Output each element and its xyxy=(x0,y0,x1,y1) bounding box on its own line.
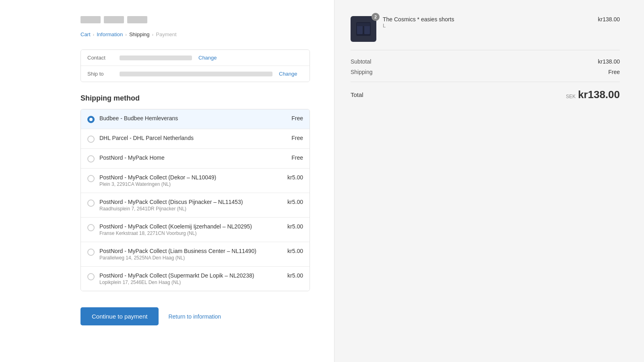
info-box: Contact Change Ship to Change xyxy=(80,49,310,82)
product-shorts-svg xyxy=(355,21,372,37)
breadcrumb-sep-3: › xyxy=(152,32,154,37)
option-name-budbee: Budbee - Budbee Hemleverans xyxy=(99,115,285,121)
option-price-postnord-home: Free xyxy=(291,154,303,161)
shipto-change-link[interactable]: Change xyxy=(279,71,297,77)
option-details-postnord-liam: PostNord - MyPack Collect (Liam Business… xyxy=(99,248,281,261)
radio-postnord-home xyxy=(87,155,95,162)
shipping-option-postnord-koelemij[interactable]: PostNord - MyPack Collect (Koelemij Ijze… xyxy=(81,218,310,242)
shipto-label: Ship to xyxy=(87,71,120,77)
shipping-option-budbee[interactable]: Budbee - Budbee Hemleverans Free xyxy=(81,109,310,129)
option-price-dhl: Free xyxy=(291,135,303,141)
option-name-postnord-discus: PostNord - MyPack Collect (Discus Pijnac… xyxy=(99,199,281,205)
radio-postnord-dekor xyxy=(87,175,95,182)
shipping-option-postnord-dekor[interactable]: PostNord - MyPack Collect (Dekor – NL100… xyxy=(81,169,310,193)
shipping-label: Shipping xyxy=(351,69,373,75)
product-name: The Cosmics * easies shorts xyxy=(383,16,592,23)
shipping-option-postnord-liam[interactable]: PostNord - MyPack Collect (Liam Business… xyxy=(81,242,310,267)
shipping-option-postnord-supermarkt[interactable]: PostNord - MyPack Collect (Supermarkt De… xyxy=(81,267,310,291)
breadcrumb: Cart › Information › Shipping › Payment xyxy=(80,31,310,37)
option-price-postnord-liam: kr5.00 xyxy=(287,248,303,254)
option-details-postnord-supermarkt: PostNord - MyPack Collect (Supermarkt De… xyxy=(99,272,281,285)
option-details-postnord-dekor: PostNord - MyPack Collect (Dekor – NL100… xyxy=(99,174,281,187)
product-info: The Cosmics * easies shorts L xyxy=(383,16,592,29)
option-name-postnord-koelemij: PostNord - MyPack Collect (Koelemij Ijze… xyxy=(99,223,281,230)
shipping-section-title: Shipping method xyxy=(80,94,310,103)
contact-row: Contact Change xyxy=(81,50,310,66)
contact-change-link[interactable]: Change xyxy=(198,55,217,61)
shipping-option-postnord-home[interactable]: PostNord - MyPack Home Free xyxy=(81,149,310,169)
total-amount: kr138.00 xyxy=(578,88,620,101)
option-details-postnord-discus: PostNord - MyPack Collect (Discus Pijnac… xyxy=(99,199,281,212)
form-footer: Continue to payment Return to informatio… xyxy=(80,307,310,325)
logo-block-2 xyxy=(104,16,124,23)
right-panel: 2 The Cosmics * easies shorts L kr138.00… xyxy=(334,0,644,362)
option-price-postnord-discus: kr5.00 xyxy=(287,199,303,205)
shipto-row: Ship to Change xyxy=(81,66,310,82)
breadcrumb-shipping: Shipping xyxy=(129,31,150,37)
option-price-postnord-supermarkt: kr5.00 xyxy=(287,272,303,279)
radio-postnord-discus xyxy=(87,200,95,207)
breadcrumb-payment: Payment xyxy=(156,31,176,37)
contact-value xyxy=(120,56,192,60)
logo xyxy=(80,16,310,23)
breadcrumb-cart[interactable]: Cart xyxy=(80,31,91,37)
option-name-postnord-supermarkt: PostNord - MyPack Collect (Supermarkt De… xyxy=(99,272,281,279)
contact-label: Contact xyxy=(87,55,120,61)
option-details-dhl: DHL Parcel - DHL Parcel Netherlands xyxy=(99,135,285,141)
return-to-information-link[interactable]: Return to information xyxy=(168,313,221,320)
total-currency: SEK xyxy=(566,94,576,99)
breadcrumb-sep-1: › xyxy=(93,32,95,37)
product-image-wrap: 2 xyxy=(351,16,376,42)
product-variant: L xyxy=(383,23,592,29)
option-address-postnord-dekor: Plein 3, 2291CA Wateringen (NL) xyxy=(99,181,281,187)
shipping-value: Free xyxy=(608,69,620,75)
svg-rect-3 xyxy=(357,23,370,26)
option-price-postnord-dekor: kr5.00 xyxy=(287,174,303,181)
logo-block-3 xyxy=(127,16,147,23)
option-name-postnord-dekor: PostNord - MyPack Collect (Dekor – NL100… xyxy=(99,174,281,181)
radio-dhl xyxy=(87,136,95,143)
product-image xyxy=(351,16,376,42)
shipping-options-list: Budbee - Budbee Hemleverans Free DHL Par… xyxy=(80,109,310,291)
option-address-postnord-supermarkt: Lopikplein 17, 2546EL Den Haag (NL) xyxy=(99,280,281,285)
option-price-postnord-koelemij: kr5.00 xyxy=(287,223,303,230)
order-item: 2 The Cosmics * easies shorts L kr138.00 xyxy=(351,16,620,50)
option-address-postnord-koelemij: Franse Kerkstraat 18, 2271CN Voorburg (N… xyxy=(99,230,281,236)
continue-to-payment-button[interactable]: Continue to payment xyxy=(80,307,159,325)
radio-postnord-liam xyxy=(87,249,95,256)
subtotal-value: kr138.00 xyxy=(598,58,620,65)
option-name-postnord-liam: PostNord - MyPack Collect (Liam Business… xyxy=(99,248,281,254)
total-label: Total xyxy=(351,91,363,98)
option-details-budbee: Budbee - Budbee Hemleverans xyxy=(99,115,285,121)
radio-postnord-koelemij xyxy=(87,224,95,231)
logo-block-1 xyxy=(80,16,101,23)
subtotal-label: Subtotal xyxy=(351,58,371,65)
total-row: Total SEK kr138.00 xyxy=(351,82,620,101)
shipto-value xyxy=(120,72,272,76)
cart-badge: 2 xyxy=(372,13,380,21)
subtotal-row: Subtotal kr138.00 xyxy=(351,58,620,65)
radio-postnord-supermarkt xyxy=(87,273,95,280)
product-price: kr138.00 xyxy=(598,16,620,23)
option-details-postnord-home: PostNord - MyPack Home xyxy=(99,154,285,161)
option-details-postnord-koelemij: PostNord - MyPack Collect (Koelemij Ijze… xyxy=(99,223,281,236)
radio-budbee xyxy=(87,116,95,123)
total-value-wrap: SEK kr138.00 xyxy=(566,88,620,101)
option-price-budbee: Free xyxy=(291,115,303,121)
breadcrumb-information[interactable]: Information xyxy=(97,31,123,37)
shipping-option-postnord-discus[interactable]: PostNord - MyPack Collect (Discus Pijnac… xyxy=(81,193,310,218)
breadcrumb-sep-2: › xyxy=(125,32,127,37)
shipping-row: Shipping Free xyxy=(351,69,620,75)
option-address-postnord-discus: Raadhuisplein 7, 2641DR Pijnacker (NL) xyxy=(99,206,281,212)
option-name-dhl: DHL Parcel - DHL Parcel Netherlands xyxy=(99,135,285,141)
option-address-postnord-liam: Parallelweg 14, 2525NA Den Haag (NL) xyxy=(99,255,281,261)
shipping-option-dhl[interactable]: DHL Parcel - DHL Parcel Netherlands Free xyxy=(81,129,310,149)
option-name-postnord-home: PostNord - MyPack Home xyxy=(99,154,285,161)
left-panel: Cart › Information › Shipping › Payment … xyxy=(0,0,334,362)
